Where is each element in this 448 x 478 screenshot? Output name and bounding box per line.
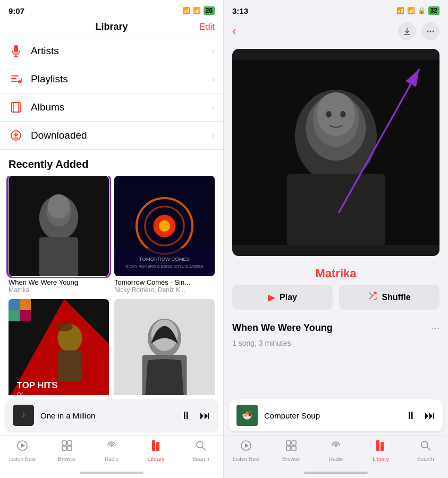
tab-search[interactable]: Search: [185, 439, 217, 462]
svg-point-46: [111, 445, 113, 447]
album-item-fourth[interactable]: [114, 299, 215, 395]
right-now-playing-bar[interactable]: 🍜 Computer Soup ⏸ ⏭: [229, 399, 443, 431]
shuffle-button[interactable]: Shuffle: [339, 285, 439, 310]
play-buttons-row: ▶ Play Shuffle: [224, 285, 448, 318]
albums-label: Albums: [31, 101, 212, 113]
right-wifi-icon: 📶: [407, 7, 415, 14]
svg-rect-32: [20, 299, 31, 310]
right-tab-radio[interactable]: Radio: [320, 439, 352, 462]
downloaded-icon: [9, 128, 23, 143]
right-now-playing-title: Computer Soup: [264, 411, 399, 420]
svg-rect-3: [11, 78, 16, 79]
svg-rect-26: [57, 351, 82, 381]
nav-item-playlists[interactable]: Playlists ›: [0, 65, 223, 93]
right-tab-browse[interactable]: Browse: [275, 439, 307, 462]
svg-text:NICKY ROMERO & DENIZ KOYU & JA: NICKY ROMERO & DENIZ KOYU & JAIMES: [125, 264, 204, 269]
radio-icon: [105, 439, 118, 455]
right-tab-library-label: Library: [373, 456, 389, 462]
playlists-chevron: ›: [212, 74, 215, 84]
svg-rect-48: [156, 442, 159, 451]
download-button[interactable]: [398, 22, 416, 40]
artist-art-main: [232, 49, 439, 256]
downloaded-label: Downloaded: [31, 130, 212, 141]
left-status-bar: 9:07 📶 📶 26: [0, 0, 223, 19]
svg-text:♪: ♪: [21, 410, 26, 419]
artist-name: Matrika: [224, 260, 448, 285]
right-battery-badge: 32: [428, 6, 439, 15]
svg-point-73: [335, 445, 337, 447]
tab-library[interactable]: Library: [140, 439, 172, 462]
svg-rect-43: [67, 441, 72, 445]
albums-icon: [9, 100, 23, 115]
nav-item-artists[interactable]: Artists ›: [0, 37, 223, 65]
svg-point-49: [197, 441, 203, 448]
play-button[interactable]: ▶ Play: [232, 285, 333, 310]
pause-button[interactable]: ⏸: [181, 409, 191, 422]
left-panel: 9:07 📶 📶 26 Library Edit Artists ›: [0, 0, 224, 478]
home-bar: [80, 472, 143, 474]
right-header: ‹: [224, 19, 448, 45]
skip-forward-button[interactable]: ⏭: [200, 409, 210, 422]
right-tab-bar: Listen Now Browse Radio: [224, 436, 448, 467]
track-row: When We Were Young ···: [232, 318, 439, 339]
shuffle-label: Shuffle: [382, 293, 410, 302]
album-item-tomorrow[interactable]: TOMORROW COMES NICKY ROMERO & DENIZ KOYU…: [114, 176, 215, 294]
album-art-tomorrow: TOMORROW COMES NICKY ROMERO & DENIZ KOYU…: [114, 176, 215, 276]
svg-rect-7: [13, 103, 19, 112]
right-home-bar: [304, 472, 368, 474]
svg-rect-45: [67, 446, 72, 450]
left-status-icons: 📶 📶 26: [182, 6, 215, 15]
nav-item-downloaded[interactable]: Downloaded ›: [0, 122, 223, 150]
svg-rect-59: [287, 174, 385, 245]
right-tab-library[interactable]: Library: [365, 439, 396, 462]
left-home-indicator: [0, 467, 223, 478]
svg-point-19: [159, 220, 170, 232]
svg-rect-69: [286, 441, 291, 445]
svg-text:TOP HITS: TOP HITS: [17, 380, 58, 390]
svg-rect-47: [152, 440, 155, 451]
wifi-icon: 📶: [193, 7, 201, 14]
album-art-matrika: [9, 176, 109, 276]
right-search-icon: [419, 439, 432, 455]
track-title: When We Were Young: [232, 322, 333, 334]
nav-item-albums[interactable]: Albums ›: [0, 93, 223, 122]
tab-listen-now-label: Listen Now: [9, 456, 35, 462]
svg-text:TOMORROW COMES: TOMORROW COMES: [139, 256, 190, 262]
nav-list: Artists › Playlists ›: [0, 37, 223, 150]
svg-point-52: [427, 31, 428, 32]
tab-search-label: Search: [192, 456, 209, 462]
play-label: Play: [280, 293, 297, 302]
album-artist-tomorrow: Nicky Romero, Deniz K...: [114, 286, 215, 294]
right-radio-icon: [329, 439, 342, 455]
tab-browse[interactable]: Browse: [51, 439, 83, 462]
track-more-button[interactable]: ···: [432, 323, 439, 334]
right-tab-search[interactable]: Search: [410, 439, 442, 462]
tab-listen-now[interactable]: Listen Now: [6, 439, 38, 462]
album-item-tophits[interactable]: TOP HITS Of Top Hits Of: [9, 299, 109, 395]
svg-rect-74: [376, 440, 379, 451]
now-playing-thumbnail: ♪: [13, 405, 34, 426]
svg-marker-68: [245, 443, 249, 448]
back-button[interactable]: ‹: [232, 24, 236, 38]
playlists-icon: [9, 72, 23, 87]
svg-rect-4: [11, 81, 18, 82]
svg-rect-72: [292, 446, 296, 450]
right-tab-listen-now[interactable]: Listen Now: [230, 439, 262, 462]
left-header: Library Edit: [0, 19, 223, 37]
right-panel: 3:13 📶 📶 🔒 32 ‹: [224, 0, 448, 478]
album-item-matrika[interactable]: When We Were Young Matrika: [9, 176, 109, 294]
right-skip-forward-button[interactable]: ⏭: [425, 409, 435, 422]
svg-rect-13: [39, 237, 79, 277]
tab-radio[interactable]: Radio: [96, 439, 128, 462]
battery-badge: 26: [204, 6, 215, 15]
right-tab-browse-label: Browse: [282, 456, 300, 462]
more-options-button[interactable]: [421, 22, 439, 40]
right-pause-button[interactable]: ⏸: [405, 409, 416, 422]
svg-point-54: [433, 31, 434, 32]
edit-button[interactable]: Edit: [199, 22, 215, 32]
playlists-label: Playlists: [31, 73, 212, 85]
right-home-indicator: [224, 467, 448, 478]
now-playing-controls: ⏸ ⏭: [181, 409, 210, 422]
now-playing-bar[interactable]: ♪ One in a Million ⏸ ⏭: [5, 399, 218, 431]
svg-point-5: [18, 80, 21, 83]
